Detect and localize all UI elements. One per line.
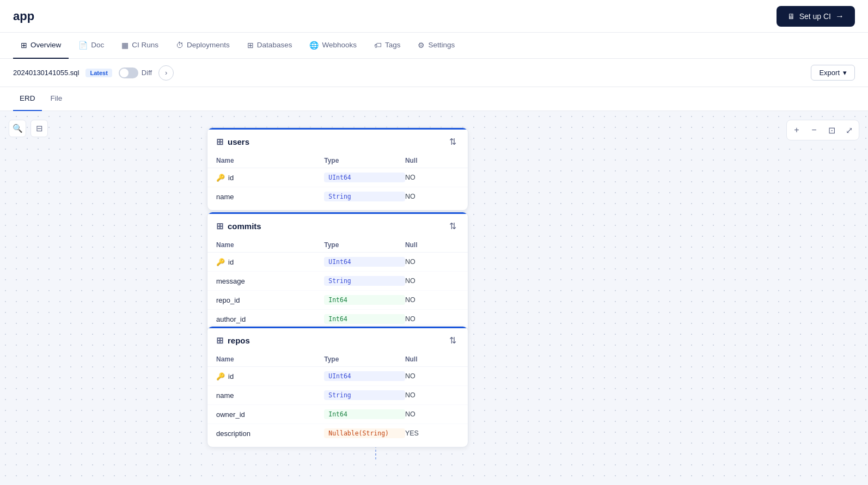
- users-collapse-button[interactable]: ⇅: [446, 135, 459, 148]
- repos-table-title: ⊞ repos: [216, 335, 250, 346]
- key-icon: 🔑: [216, 174, 225, 182]
- repos-id-null: NO: [405, 372, 459, 380]
- filter-icon: ⊟: [36, 124, 43, 133]
- repos-name-name: name: [216, 391, 324, 400]
- tab-doc[interactable]: 📄 Doc: [71, 33, 112, 59]
- repos-owner_id-null: NO: [405, 410, 459, 418]
- table-row: message String NO: [207, 272, 468, 291]
- canvas-tools: 🔍 ⊟: [9, 120, 48, 137]
- commits-col-header: Name Type Null: [207, 238, 468, 253]
- users-id-name: 🔑 id: [216, 174, 324, 182]
- tab-webhooks[interactable]: 🌐 Webhooks: [302, 33, 364, 59]
- users-id-null: NO: [405, 174, 459, 181]
- toolbar-left: 20240130141055.sql Latest Diff ›: [13, 65, 174, 81]
- tab-deployments[interactable]: ⏱ Deployments: [168, 33, 237, 59]
- filename-label: 20240130141055.sql: [13, 69, 79, 77]
- table-row: 🔑 id UInt64 NO: [207, 367, 468, 386]
- zoom-in-button[interactable]: +: [789, 122, 804, 138]
- search-icon: 🔍: [13, 124, 23, 133]
- nav-tabs: ⊞ Overview 📄 Doc ▦ CI Runs ⏱ Deployments…: [0, 33, 868, 59]
- filter-button[interactable]: ⊟: [30, 120, 48, 137]
- users-table-title: ⊞ users: [216, 137, 249, 147]
- repos-owner_id-name: owner_id: [216, 410, 324, 419]
- table-grid-icon: ⊞: [216, 221, 223, 231]
- commits-message-null: NO: [405, 277, 459, 285]
- tab-overview[interactable]: ⊞ Overview: [13, 33, 69, 59]
- monitor-icon: 🖥: [787, 12, 795, 21]
- table-row: repo_id Int64 NO: [207, 291, 468, 310]
- users-col-header: Name Type Null: [207, 154, 468, 168]
- tab-databases[interactable]: ⊞ Databases: [240, 33, 300, 59]
- commits-message-type: String: [324, 276, 405, 286]
- tab-erd[interactable]: ERD: [13, 87, 42, 111]
- table-grid-icon: ⊞: [216, 137, 223, 147]
- diff-toggle-group: Diff: [119, 67, 152, 78]
- tab-settings[interactable]: ⚙ Settings: [410, 33, 462, 59]
- settings-icon: ⚙: [418, 41, 425, 50]
- table-row: author_id Int64 NO: [207, 310, 468, 328]
- repos-description-name: description: [216, 429, 324, 438]
- table-row: 🔑 id UInt64 NO: [207, 253, 468, 272]
- repos-name-null: NO: [405, 391, 459, 399]
- users-table-header: ⊞ users ⇅: [207, 128, 468, 154]
- ci-runs-icon: ▦: [121, 41, 129, 50]
- commits-message-name: message: [216, 277, 324, 285]
- repos-collapse-button[interactable]: ⇅: [446, 334, 459, 347]
- commits-id-type: UInt64: [324, 257, 405, 267]
- commits-id-null: NO: [405, 258, 459, 266]
- repos-id-name: 🔑 id: [216, 372, 324, 380]
- users-columns: Name Type Null 🔑 id UInt64 NO name Strin…: [207, 154, 468, 210]
- commits-table-header: ⊞ commits ⇅: [207, 212, 468, 238]
- erd-file-tabs: ERD File: [0, 87, 868, 111]
- diff-toggle-switch[interactable]: [119, 67, 138, 78]
- diff-label: Diff: [142, 69, 152, 77]
- commits-id-name: 🔑 id: [216, 258, 324, 266]
- commits-table: ⊞ commits ⇅ Name Type Null 🔑 id UInt64 N…: [207, 212, 468, 333]
- table-row: description Nullable(String) YES: [207, 424, 468, 443]
- table-row: name String NO: [207, 386, 468, 405]
- commits-author_id-type: Int64: [324, 314, 405, 324]
- repos-table: ⊞ repos ⇅ Name Type Null 🔑 id UInt64 NO: [207, 326, 468, 447]
- commits-table-title: ⊞ commits: [216, 221, 261, 231]
- top-bar: app 🖥 Set up CI →: [0, 0, 868, 33]
- commits-columns: Name Type Null 🔑 id UInt64 NO message St…: [207, 238, 468, 333]
- users-name-name: name: [216, 193, 324, 201]
- arrow-icon: →: [835, 11, 844, 21]
- repos-columns: Name Type Null 🔑 id UInt64 NO name Strin…: [207, 352, 468, 447]
- latest-badge: Latest: [85, 69, 112, 77]
- table-row: name String NO: [207, 187, 468, 206]
- table-row: owner_id Int64 NO: [207, 405, 468, 424]
- users-table: ⊞ users ⇅ Name Type Null 🔑 id UInt64 NO: [207, 127, 468, 211]
- fit-button[interactable]: ⊡: [824, 122, 839, 138]
- tab-file[interactable]: File: [44, 87, 69, 111]
- app-logo: app: [13, 9, 34, 23]
- nav-forward-button[interactable]: ›: [158, 65, 174, 81]
- tags-icon: 🏷: [374, 41, 382, 50]
- export-button[interactable]: Export ▾: [811, 65, 855, 81]
- repos-description-type: Nullable(String): [324, 428, 405, 438]
- search-button[interactable]: 🔍: [9, 120, 26, 137]
- commits-collapse-button[interactable]: ⇅: [446, 219, 459, 232]
- toolbar: 20240130141055.sql Latest Diff › Export …: [0, 59, 868, 87]
- table-grid-icon: ⊞: [216, 335, 223, 346]
- databases-icon: ⊞: [247, 41, 254, 50]
- repos-owner_id-type: Int64: [324, 409, 405, 419]
- key-icon: 🔑: [216, 258, 225, 266]
- table-row: 🔑 id UInt64 NO: [207, 168, 468, 187]
- webhooks-icon: 🌐: [309, 41, 319, 50]
- users-id-type: UInt64: [324, 173, 405, 182]
- zoom-out-button[interactable]: −: [806, 122, 822, 138]
- users-name-type: String: [324, 192, 405, 201]
- setup-ci-button[interactable]: 🖥 Set up CI →: [777, 6, 855, 27]
- tab-ci-runs[interactable]: ▦ CI Runs: [114, 33, 166, 59]
- commits-repo_id-name: repo_id: [216, 296, 324, 304]
- commits-repo_id-null: NO: [405, 296, 459, 304]
- commits-author_id-name: author_id: [216, 315, 324, 323]
- tab-tags[interactable]: 🏷 Tags: [366, 33, 408, 59]
- doc-icon: 📄: [78, 41, 88, 50]
- fullscreen-button[interactable]: ⤢: [841, 122, 857, 138]
- repos-id-type: UInt64: [324, 371, 405, 381]
- zoom-controls: + − ⊡ ⤢: [786, 120, 859, 140]
- repos-name-type: String: [324, 390, 405, 400]
- erd-canvas: 🔍 ⊟ + − ⊡ ⤢ ⊞ users ⇅ Name T: [0, 111, 868, 485]
